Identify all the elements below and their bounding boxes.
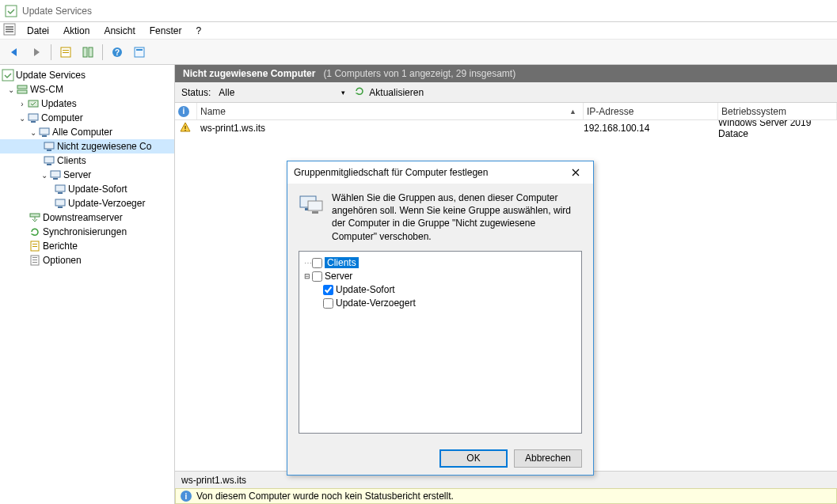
col-ip-label: IP-Adresse — [587, 106, 633, 117]
menu-datei[interactable]: Datei — [21, 24, 55, 38]
tree-nicht-zugewiesene[interactable]: Nicht zugewiesene Co — [0, 139, 174, 153]
refresh-button[interactable]: Aktualisieren — [353, 85, 424, 100]
tree-downstream[interactable]: Downstreamserver — [0, 210, 174, 225]
dialog-intro-text: Wählen Sie die Gruppen aus, denen dieser… — [332, 191, 582, 243]
tree-nicht-label: Nicht zugewiesene Co — [57, 141, 151, 152]
expand-icon[interactable]: ⌄ — [6, 85, 16, 94]
info-bar: i Von diesem Computer wurde noch kein St… — [175, 488, 837, 504]
tree-berichte-label: Berichte — [43, 241, 78, 252]
report-icon — [29, 240, 41, 252]
show-hide-button[interactable] — [78, 43, 97, 62]
svg-rect-22 — [44, 142, 54, 149]
ok-button[interactable]: OK — [439, 449, 508, 468]
group-clients-label: Clients — [325, 257, 359, 268]
col-name[interactable]: Name▲ — [197, 103, 584, 119]
status-label: Status: — [181, 87, 211, 98]
svg-rect-20 — [40, 128, 49, 135]
expand-icon[interactable]: ⌄ — [29, 128, 38, 137]
checkbox-server[interactable] — [312, 271, 322, 282]
app-icon — [5, 5, 17, 17]
properties-button[interactable] — [56, 43, 75, 62]
tree-sync-label: Synchronisierungen — [43, 226, 127, 237]
tree-alle[interactable]: ⌄ Alle Computer — [0, 125, 174, 139]
expand-icon[interactable]: › — [17, 100, 27, 108]
refresh-label: Aktualisieren — [369, 87, 424, 98]
group-row-upd-sofort[interactable]: Update-Sofort — [302, 283, 578, 297]
collapse-icon[interactable]: ⊟ — [302, 272, 312, 280]
menu-help[interactable]: ? — [189, 24, 207, 38]
status-dropdown[interactable]: Alle ▾ — [219, 85, 345, 100]
computer-group-icon — [299, 191, 324, 217]
sync-icon — [29, 225, 41, 238]
svg-rect-3 — [6, 28, 13, 30]
group-upd-sofort-label: Update-Sofort — [336, 284, 395, 295]
col-os[interactable]: Betriebssystem — [718, 103, 837, 119]
toolbar: ? — [0, 40, 837, 65]
dialog-intro: Wählen Sie die Gruppen aus, denen dieser… — [299, 191, 582, 243]
checkbox-upd-verz[interactable] — [323, 298, 333, 309]
menu-fenster[interactable]: Fenster — [143, 24, 188, 38]
svg-rect-13 — [136, 49, 143, 51]
svg-rect-23 — [47, 150, 51, 151]
svg-rect-17 — [29, 100, 38, 107]
status-value: Alle — [219, 87, 234, 98]
computer-icon — [27, 112, 40, 124]
content-subtitle: (1 Computers von 1 angezeigt, 29 insgesa… — [323, 68, 516, 79]
tree-root-label: Update Services — [16, 70, 86, 81]
list-header: i Name▲ IP-Adresse Betriebssystem — [175, 103, 837, 120]
tree-server-label: Server — [63, 169, 91, 180]
help-button[interactable]: ? — [108, 43, 127, 62]
tree-downstream-label: Downstreamserver — [43, 212, 123, 223]
expand-icon[interactable]: ⌄ — [40, 171, 49, 180]
tree-alle-label: Alle Computer — [52, 127, 112, 138]
tree-optionen-label: Optionen — [43, 255, 82, 266]
svg-rect-44 — [308, 201, 322, 210]
col-ip[interactable]: IP-Adresse — [584, 103, 718, 119]
menu-aktion[interactable]: Aktion — [57, 24, 96, 38]
svg-rect-28 — [55, 185, 65, 191]
dialog-title: Gruppenmitgliedschaft für Computer festl… — [294, 167, 488, 178]
updates-icon — [27, 97, 40, 110]
downstream-icon — [29, 211, 41, 224]
back-button[interactable] — [5, 43, 24, 62]
dialog-titlebar[interactable]: Gruppenmitgliedschaft für Computer festl… — [287, 161, 593, 184]
tree-root[interactable]: Update Services — [0, 68, 174, 82]
tree-computer[interactable]: ⌄ Computer — [0, 111, 174, 125]
col-status-icon[interactable]: i — [175, 103, 197, 119]
tree-upd-verz[interactable]: Update-Verzoeger — [0, 196, 174, 210]
tree-optionen[interactable]: Optionen — [0, 253, 174, 267]
group-row-upd-verz[interactable]: Update-Verzoegert — [302, 297, 578, 310]
tree-berichte[interactable]: Berichte — [0, 239, 174, 253]
svg-rect-37 — [32, 257, 37, 258]
expand-icon[interactable]: ⌄ — [17, 114, 27, 123]
table-row[interactable]: ws-print1.ws.its 192.168.100.14 Windows … — [175, 120, 837, 136]
tree-server[interactable]: ⌄ Server — [0, 168, 174, 182]
extra-button[interactable] — [130, 43, 149, 62]
folder-computer-icon — [43, 140, 55, 153]
tree-clients[interactable]: Clients — [0, 153, 174, 168]
info-text: Von diesem Computer wurde noch kein Stat… — [196, 491, 454, 502]
svg-rect-6 — [63, 50, 69, 51]
forward-button[interactable] — [27, 43, 46, 62]
cancel-button[interactable]: Abbrechen — [514, 449, 582, 468]
checkbox-clients[interactable] — [312, 258, 322, 268]
menu-ansicht[interactable]: Ansicht — [97, 24, 141, 38]
col-name-label: Name — [200, 106, 226, 117]
svg-rect-9 — [89, 47, 93, 57]
tree-wscm[interactable]: ⌄ WS-CM — [0, 82, 174, 97]
tree-upd-sofort[interactable]: Update-Sofort — [0, 182, 174, 196]
close-button[interactable] — [565, 165, 587, 180]
svg-rect-27 — [53, 178, 58, 180]
group-row-clients[interactable]: ⋯ Clients — [302, 256, 578, 270]
row-name: ws-print1.ws.its — [200, 123, 265, 134]
svg-rect-39 — [32, 262, 37, 263]
tree-updates[interactable]: › Updates — [0, 97, 174, 111]
group-row-server[interactable]: ⊟ Server — [302, 270, 578, 283]
tree-sync[interactable]: Synchronisierungen — [0, 225, 174, 239]
svg-rect-14 — [2, 70, 13, 81]
svg-rect-34 — [32, 244, 37, 244]
dialog-button-bar: OK Abbrechen — [287, 441, 593, 475]
checkbox-upd-sofort[interactable] — [323, 285, 333, 295]
group-upd-verz-label: Update-Verzoegert — [336, 297, 416, 309]
ok-label: OK — [466, 453, 480, 464]
